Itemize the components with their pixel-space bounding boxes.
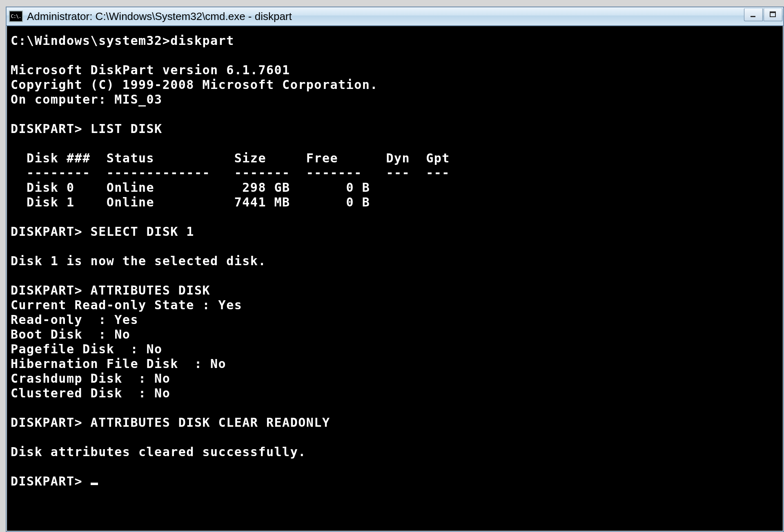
window-title: Administrator: C:\Windows\System32\cmd.e… [27, 10, 292, 23]
cmd-window: C:\. Administrator: C:\Windows\System32\… [6, 7, 784, 532]
svg-rect-0 [751, 16, 755, 17]
cmd-icon: C:\. [9, 11, 23, 22]
window-controls [744, 7, 783, 25]
maximize-button[interactable] [764, 8, 782, 21]
minimize-button[interactable] [744, 8, 763, 21]
svg-rect-2 [770, 12, 775, 13]
cursor [91, 483, 98, 485]
minimize-icon [750, 11, 757, 18]
terminal-output[interactable]: C:\Windows\system32>diskpart Microsoft D… [7, 27, 782, 530]
titlebar[interactable]: C:\. Administrator: C:\Windows\System32\… [7, 7, 783, 26]
maximize-icon [769, 11, 777, 18]
current-prompt: DISKPART> [11, 474, 91, 488]
